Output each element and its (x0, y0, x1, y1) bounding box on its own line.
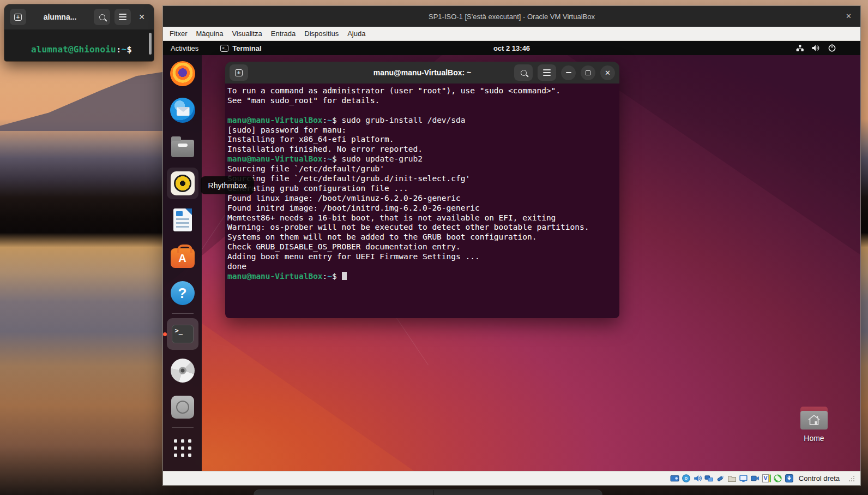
focused-app-label: Terminal (232, 44, 261, 52)
search-icon (521, 70, 527, 76)
vm-terminal-title: manu@manu-VirtualBox: ~ (373, 68, 471, 77)
maximize-button[interactable] (581, 65, 595, 80)
new-tab-icon: + (235, 69, 243, 76)
mouse-integration-icon[interactable] (773, 474, 782, 483)
vbox-titlebar[interactable]: SP1-ISO-1 [S'està executant] - Oracle VM… (163, 6, 860, 27)
volume-icon[interactable] (811, 44, 821, 52)
command-text: sudo update-grub2 (342, 154, 423, 163)
hamburger-icon (119, 16, 126, 17)
command-text: sudo grub-install /dev/sda (342, 116, 466, 124)
close-icon: ✕ (138, 13, 145, 21)
terminal-prompt-line: manu@manu-VirtualBox:~$ sudo grub-instal… (227, 116, 619, 126)
search-icon (99, 14, 105, 20)
focused-app-indicator[interactable]: >_ Terminal (220, 44, 261, 52)
dock-item-media-player[interactable] (170, 357, 196, 384)
terminal-line: To run a command as administrator (user … (227, 86, 619, 96)
hamburger-icon (543, 72, 551, 73)
home-label: Home (804, 434, 824, 443)
host-terminal-titlebar: + alumna... ✕ (4, 4, 154, 29)
terminal-line: See "man sudo_root" for details. (227, 96, 619, 106)
new-tab-button[interactable]: + (230, 64, 248, 81)
menu-maquina[interactable]: Màquina (192, 29, 228, 38)
vbox-window-title: SP1-ISO-1 [S'està executant] - Oracle VM… (429, 13, 595, 21)
vm-terminal-window: + manu@manu-VirtualBox: ~ ✕ To run a com… (225, 62, 619, 318)
terminal-line (227, 106, 619, 116)
dock-item-terminal[interactable]: >_ (170, 321, 196, 347)
scrollbar[interactable] (149, 33, 152, 55)
power-icon[interactable] (828, 44, 836, 52)
recording-icon[interactable] (750, 474, 760, 483)
close-icon: ✕ (846, 12, 852, 20)
ubuntu-software-icon: A (171, 248, 195, 268)
dock-item-libreoffice-writer[interactable] (170, 207, 196, 233)
minimize-button[interactable] (561, 65, 576, 80)
host-key-icon[interactable] (785, 474, 794, 483)
menu-dispositius[interactable]: Dispositius (300, 29, 343, 38)
host-prompt-user: alumnat@Ghionoiu (31, 44, 116, 55)
display-icon[interactable] (739, 474, 748, 483)
host-terminal-title: alumna... (31, 13, 89, 21)
dock-item-disks[interactable] (170, 394, 196, 420)
new-tab-icon: + (14, 14, 22, 21)
desktop-icon-home[interactable]: Home (795, 407, 833, 443)
terminal-line: done (227, 262, 619, 272)
terminal-line: Installation finished. No error reported… (227, 145, 619, 154)
network-icon[interactable] (704, 474, 714, 483)
hard-disks-icon[interactable] (670, 474, 679, 483)
vm-terminal-content[interactable]: To run a command as administrator (user … (225, 84, 619, 318)
disk-icon (171, 396, 194, 419)
menu-entrada[interactable]: Entrada (267, 29, 300, 38)
terminal-prompt-line: manu@manu-VirtualBox:~$ (227, 272, 619, 282)
close-button[interactable]: ✕ (135, 13, 148, 21)
resize-grip[interactable] (848, 475, 855, 482)
terminal-line: Check GRUB_DISABLE_OS_PROBER documentati… (227, 242, 619, 252)
host-terminal-content[interactable]: alumnat@Ghionoiu:~$ (4, 29, 154, 61)
features-icon[interactable]: V (762, 474, 771, 483)
terminal-line: Warning: os-prober will not be executed … (227, 223, 619, 232)
new-tab-button[interactable]: + (10, 9, 26, 25)
optical-drives-icon[interactable] (682, 474, 691, 483)
dock-item-rhythmbox[interactable] (170, 170, 196, 196)
question-glyph: ? (178, 285, 187, 302)
host-prompt-path: ~ (121, 44, 126, 55)
rhythmbox-icon (171, 171, 195, 195)
search-button[interactable] (514, 64, 533, 81)
dock-item-app-grid[interactable] (170, 435, 196, 461)
vm-screen[interactable]: Activities >_ Terminal oct 2 13:46 (163, 41, 860, 471)
network-icon[interactable] (795, 44, 804, 52)
clock-button[interactable]: oct 2 13:46 (493, 44, 530, 52)
menu-ajuda[interactable]: Ajuda (343, 29, 370, 38)
dock-item-help[interactable]: ? (170, 280, 196, 306)
close-button[interactable]: ✕ (846, 12, 852, 20)
dock-item-ubuntu-software[interactable]: A (170, 243, 196, 270)
terminal-mini-icon: >_ (220, 45, 228, 52)
dock-item-thunderbird[interactable] (170, 97, 196, 123)
vm-terminal-headerbar[interactable]: + manu@manu-VirtualBox: ~ ✕ (225, 62, 619, 84)
terminal-icon: >_ (172, 325, 194, 343)
running-indicator-dot (163, 332, 167, 336)
software-letter: A (178, 252, 186, 265)
terminal-line: Sourcing file `/etc/default/grub' (227, 164, 619, 174)
terminal-prompt-line: manu@manu-VirtualBox:~$ sudo update-grub… (227, 154, 619, 164)
dock-item-firefox[interactable] (170, 61, 196, 87)
audio-icon[interactable] (693, 474, 702, 483)
dock-item-files[interactable] (170, 134, 196, 160)
close-button[interactable]: ✕ (600, 65, 615, 80)
vbox-statusbar: V Control dreta (163, 471, 860, 485)
shared-folders-icon[interactable] (727, 474, 737, 483)
menu-button[interactable] (538, 64, 556, 81)
activities-button[interactable]: Activities (163, 44, 207, 52)
svg-text:V: V (763, 475, 767, 481)
usb-icon[interactable] (716, 474, 725, 483)
menu-fitxer[interactable]: Fitxer (165, 29, 192, 38)
search-button[interactable] (94, 9, 110, 25)
terminal-cursor (342, 272, 347, 280)
terminal-line: Found linux image: /boot/vmlinuz-6.2.0-2… (227, 194, 619, 204)
menu-button[interactable] (114, 9, 131, 25)
terminal-line: Generating grub configuration file ... (227, 184, 619, 194)
menu-visualitza[interactable]: Visualitza (227, 29, 266, 38)
dock-separator (172, 427, 194, 428)
files-icon (171, 140, 194, 157)
terminal-line: Found initrd image: /boot/initrd.img-6.2… (227, 204, 619, 213)
cd-icon (171, 359, 195, 383)
